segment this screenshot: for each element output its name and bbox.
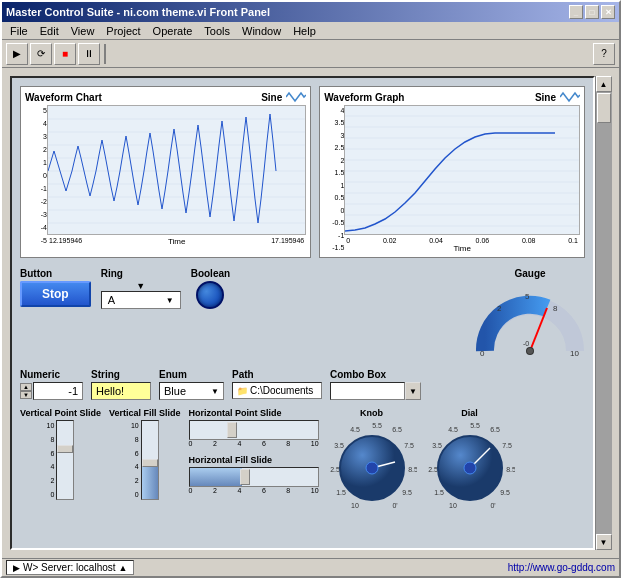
knob-svg[interactable]: 4.5 5.5 6.5 7.5 3.5 8.5 2.5 9.5 1.5 0' 1… bbox=[327, 420, 417, 510]
toolbar: ▶ ⟳ ■ ⏸ ? bbox=[2, 40, 619, 68]
combo-box-input[interactable] bbox=[330, 382, 405, 400]
horizontal-point-slide-group: Horizontal Point Slide 0 2 4 6 8 10 bbox=[189, 408, 319, 447]
menu-file[interactable]: File bbox=[4, 23, 34, 39]
maximize-button[interactable] bbox=[585, 5, 599, 19]
content-panel: Waveform Chart Sine 5 4 3 bbox=[10, 76, 595, 550]
combo-box-wrapper: ▼ bbox=[330, 382, 421, 400]
svg-point-27 bbox=[527, 348, 533, 354]
controls-row-2: Numeric ▲ ▼ -1 String Hello! bbox=[20, 369, 585, 400]
svg-point-56 bbox=[464, 462, 476, 474]
pause-button[interactable]: ⏸ bbox=[78, 43, 100, 65]
path-value: C:\Documents bbox=[250, 385, 313, 396]
menu-project[interactable]: Project bbox=[100, 23, 146, 39]
dial-svg[interactable]: 4.5 5.5 6.5 7.5 3.5 8.5 2.5 9.5 1.5 0' 1… bbox=[425, 420, 515, 510]
waveform-chart-label: Waveform Chart bbox=[25, 92, 102, 103]
enum-select[interactable]: Blue ▼ bbox=[159, 382, 224, 400]
status-bar: ▶ W> Server: localhost ▲ http://www.go-g… bbox=[2, 558, 619, 576]
status-left: ▶ W> Server: localhost ▲ bbox=[6, 560, 134, 575]
window-title: Master Control Suite - ni.com theme.vi F… bbox=[6, 6, 270, 18]
waveform-graph-plot: 0 0.02 0.04 0.06 0.08 0.1 Time bbox=[344, 105, 580, 253]
scroll-thumb[interactable] bbox=[597, 93, 611, 123]
svg-text:10: 10 bbox=[351, 502, 359, 509]
gauge-group: Gauge 0 bbox=[475, 268, 585, 361]
toolbar-separator bbox=[104, 44, 106, 64]
knob-label: Knob bbox=[360, 408, 383, 418]
run-cont-button[interactable]: ⟳ bbox=[30, 43, 52, 65]
close-button[interactable] bbox=[601, 5, 615, 19]
vertical-point-slide-wrapper: 10 8 6 4 2 0 bbox=[47, 420, 75, 500]
stop-button[interactable]: Stop bbox=[20, 281, 91, 307]
menu-help[interactable]: Help bbox=[287, 23, 322, 39]
waveform-chart-y-axis: 5 4 3 2 1 0 -1 -2 -3 -4 -5 bbox=[25, 105, 47, 246]
svg-text:3.5: 3.5 bbox=[334, 442, 344, 449]
horizontal-point-slide-thumb[interactable] bbox=[227, 422, 237, 438]
help-button[interactable]: ? bbox=[593, 43, 615, 65]
menu-bar: File Edit View Project Operate Tools Win… bbox=[2, 22, 619, 40]
numeric-label: Numeric bbox=[20, 369, 83, 380]
waveform-chart-sine: Sine bbox=[261, 91, 306, 103]
combo-box-label: Combo Box bbox=[330, 369, 421, 380]
scroll-track[interactable] bbox=[596, 92, 612, 534]
waveform-graph-label: Waveform Graph bbox=[324, 92, 404, 103]
path-group: Path 📁 C:\Documents bbox=[232, 369, 322, 399]
enum-label: Enum bbox=[159, 369, 224, 380]
scroll-up-button[interactable]: ▲ bbox=[596, 76, 612, 92]
charts-row: Waveform Chart Sine 5 4 3 bbox=[20, 86, 585, 258]
ring-display[interactable]: A ▼ bbox=[101, 291, 181, 309]
title-bar-buttons bbox=[569, 5, 615, 19]
svg-text:0: 0 bbox=[480, 349, 485, 358]
svg-text:10: 10 bbox=[449, 502, 457, 509]
minimize-button[interactable] bbox=[569, 5, 583, 19]
horizontal-fill-slide-thumb[interactable] bbox=[240, 469, 250, 485]
menu-edit[interactable]: Edit bbox=[34, 23, 65, 39]
svg-text:4.5: 4.5 bbox=[448, 426, 458, 433]
scroll-down-button[interactable]: ▼ bbox=[596, 534, 612, 550]
ring-value: A bbox=[108, 294, 115, 306]
hfs-ticks: 0 2 4 6 8 10 bbox=[189, 487, 319, 494]
vertical-fill-slide-thumb[interactable] bbox=[142, 459, 158, 467]
button-label: Button bbox=[20, 268, 91, 279]
svg-text:4.5: 4.5 bbox=[350, 426, 360, 433]
vertical-point-slide-thumb[interactable] bbox=[57, 445, 73, 453]
boolean-led[interactable] bbox=[196, 281, 224, 309]
vertical-fill-slide-track[interactable] bbox=[141, 420, 159, 500]
path-folder-icon: 📁 bbox=[237, 386, 248, 396]
abort-button[interactable]: ■ bbox=[54, 43, 76, 65]
menu-window[interactable]: Window bbox=[236, 23, 287, 39]
menu-view[interactable]: View bbox=[65, 23, 101, 39]
horizontal-fill-slide-fill bbox=[190, 468, 242, 486]
numeric-down-button[interactable]: ▼ bbox=[20, 391, 32, 399]
vertical-point-slide-track[interactable] bbox=[56, 420, 74, 500]
vertical-point-slide-label: Vertical Point Slide bbox=[20, 408, 101, 418]
scrollbar: ▲ ▼ bbox=[595, 76, 611, 550]
horizontal-point-slide-label: Horizontal Point Slide bbox=[189, 408, 319, 418]
waveform-chart: Waveform Chart Sine 5 4 3 bbox=[20, 86, 311, 258]
combo-box-dropdown-button[interactable]: ▼ bbox=[405, 382, 421, 400]
numeric-up-button[interactable]: ▲ bbox=[20, 383, 32, 391]
svg-text:2: 2 bbox=[497, 304, 502, 313]
svg-text:5.5: 5.5 bbox=[470, 422, 480, 429]
svg-text:9.5: 9.5 bbox=[500, 489, 510, 496]
horizontal-point-slide-track[interactable] bbox=[189, 420, 319, 440]
ring-label: Ring bbox=[101, 268, 181, 279]
svg-text:0': 0' bbox=[490, 502, 495, 509]
waveform-chart-plot: 12.195946 Time 17.195946 bbox=[47, 105, 306, 246]
path-field[interactable]: 📁 C:\Documents bbox=[232, 382, 322, 399]
svg-point-42 bbox=[366, 462, 378, 474]
boolean-label: Boolean bbox=[191, 268, 230, 279]
menu-operate[interactable]: Operate bbox=[147, 23, 199, 39]
controls-row-1: Button Stop Ring ▼ A ▼ Boo bbox=[20, 268, 585, 361]
menu-tools[interactable]: Tools bbox=[198, 23, 236, 39]
status-arrow-icon: ▲ bbox=[119, 563, 128, 573]
horizontal-fill-slide-track[interactable] bbox=[189, 467, 319, 487]
waveform-graph-sine-label: Sine bbox=[535, 92, 556, 103]
hps-ticks: 0 2 4 6 8 10 bbox=[189, 440, 319, 447]
numeric-wrapper: ▲ ▼ -1 bbox=[20, 382, 83, 400]
vertical-point-slide-group: Vertical Point Slide 10 8 6 4 2 0 bbox=[20, 408, 101, 500]
string-field[interactable]: Hello! bbox=[91, 382, 151, 400]
vps-ticks: 10 8 6 4 2 0 bbox=[47, 420, 55, 500]
dial-label: Dial bbox=[461, 408, 478, 418]
numeric-field[interactable]: -1 bbox=[33, 382, 83, 400]
run-button[interactable]: ▶ bbox=[6, 43, 28, 65]
waveform-chart-svg bbox=[47, 105, 306, 235]
